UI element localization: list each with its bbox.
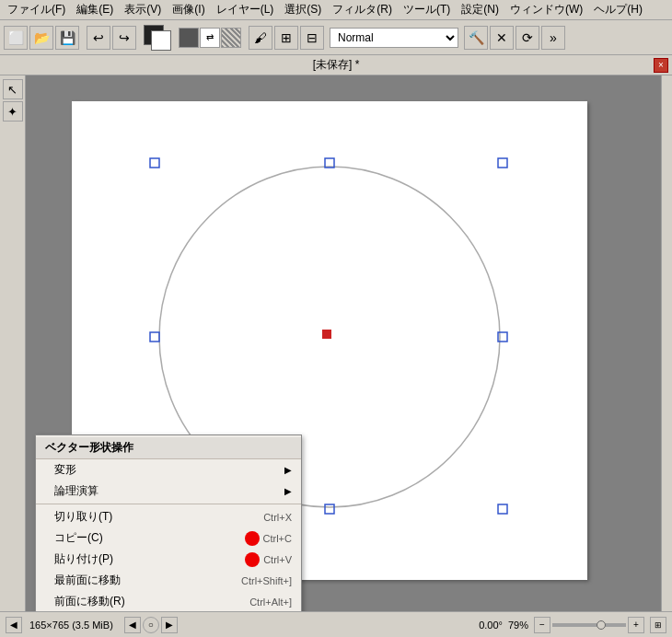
tool-path[interactable]: ✦ — [3, 101, 23, 122]
close-button[interactable]: × — [654, 58, 668, 73]
ctx-copy[interactable]: コピー(C) Ctrl+C — [36, 527, 301, 549]
ctx-logic[interactable]: 論理演算 ▶ — [36, 481, 301, 502]
ctx-paste[interactable]: 貼り付け(P) Ctrl+V — [36, 549, 301, 570]
ctx-logic-label: 論理演算 — [54, 483, 98, 499]
menu-view[interactable]: 表示(V) — [119, 0, 167, 19]
status-rotation: 0.00° — [479, 620, 503, 631]
pattern-a[interactable] — [179, 28, 199, 48]
document-title: [未保存] * — [313, 57, 360, 73]
ctx-paste-label: 貼り付け(P) — [54, 551, 113, 567]
left-tool-panel: ↖ ✦ — [0, 75, 26, 611]
context-menu-title: ベクター形状操作 — [36, 437, 301, 459]
ctx-forward-label: 前面に移動(R) — [54, 594, 125, 609]
menu-file[interactable]: ファイル(F) — [2, 0, 71, 19]
title-bar: [未保存] * × — [0, 55, 672, 75]
open-button[interactable]: 📂 — [29, 26, 53, 50]
status-bar: ◀ 165×765 (3.5 MiB) ◀ ○ ▶ 0.00° 79% − + … — [0, 611, 672, 637]
pattern-selector: ⇄ — [179, 28, 241, 48]
undo-button[interactable]: ↩ — [87, 26, 110, 50]
menu-layer[interactable]: レイヤー(L) — [211, 0, 280, 19]
grid-button[interactable]: ⊞ — [274, 26, 298, 50]
ctx-forward[interactable]: 前面に移動(R) Ctrl+Alt+] — [36, 591, 301, 611]
menu-window[interactable]: ウィンドウ(W) — [504, 0, 588, 19]
ctx-bring-front-label: 最前面に移動 — [54, 573, 121, 588]
zoom-slider-thumb — [597, 620, 606, 630]
ctx-cut-label: 切り取り(T) — [54, 509, 112, 525]
zoom-out-button[interactable]: − — [534, 617, 550, 633]
menu-edit[interactable]: 編集(E) — [71, 0, 119, 19]
zoom-slider[interactable] — [552, 623, 626, 627]
menu-help[interactable]: ヘルプ(H) — [588, 0, 648, 19]
ctx-paste-shortcut: Ctrl+V — [263, 554, 292, 565]
ctx-cut-shortcut: Ctrl+X — [263, 512, 292, 523]
menu-select[interactable]: 選択(S) — [279, 0, 327, 19]
menu-bar: ファイル(F) 編集(E) 表示(V) 画像(I) レイヤー(L) 選択(S) … — [0, 0, 672, 20]
context-menu: ベクター形状操作 変形 ▶ 論理演算 ▶ 切り取り(T) Ctrl+X コピー(… — [35, 434, 302, 611]
ctx-paste-dot — [245, 552, 260, 567]
ctx-copy-shortcut: Ctrl+C — [263, 533, 292, 544]
menu-image[interactable]: 画像(I) — [167, 0, 210, 19]
refresh-button[interactable]: ⟳ — [516, 26, 539, 50]
ctx-forward-shortcut: Ctrl+Alt+] — [249, 596, 292, 608]
menu-filter[interactable]: フィルタ(R) — [327, 0, 398, 19]
scrollbar-right[interactable] — [661, 75, 672, 611]
color-selector[interactable] — [144, 25, 173, 51]
zoom-in-button[interactable]: + — [628, 617, 644, 633]
ctx-bring-front-shortcut: Ctrl+Shift+] — [241, 575, 292, 586]
status-nav-left[interactable]: ◀ — [124, 617, 141, 633]
new-button[interactable]: ⬜ — [4, 26, 28, 50]
status-grid-button[interactable]: ⊞ — [650, 617, 666, 633]
ctx-transform-arrow: ▶ — [284, 465, 292, 475]
pattern-b[interactable] — [221, 28, 241, 48]
status-right: 0.00° 79% − + ⊞ — [479, 617, 666, 633]
ctx-bring-front[interactable]: 最前面に移動 Ctrl+Shift+] — [36, 570, 301, 591]
brush-tool[interactable]: 🖌 — [249, 26, 272, 50]
status-left-arrow[interactable]: ◀ — [6, 617, 22, 633]
ctx-sep-1 — [36, 504, 301, 504]
tool-select[interactable]: ↖ — [3, 79, 23, 99]
toolbar: ⬜ 📂 💾 ↩ ↪ ⇄ 🖌 ⊞ ⊟ Normal 🔨 ✕ ⟳ » — [0, 20, 672, 55]
pattern-arrows[interactable]: ⇄ — [200, 28, 220, 48]
redo-button[interactable]: ↪ — [112, 26, 136, 50]
canvas-area: ベクター形状操作 変形 ▶ 論理演算 ▶ 切り取り(T) Ctrl+X コピー(… — [26, 75, 661, 611]
ctx-copy-dot — [245, 531, 260, 546]
ctx-cut[interactable]: 切り取り(T) Ctrl+X — [36, 506, 301, 527]
stamp-button[interactable]: 🔨 — [464, 26, 488, 50]
ctx-logic-arrow: ▶ — [284, 486, 292, 496]
status-nav: ◀ ○ ▶ — [124, 617, 178, 633]
transform-button[interactable]: ✕ — [490, 26, 514, 50]
status-coords: 165×765 (3.5 MiB) — [29, 620, 113, 631]
grid2-button[interactable]: ⊟ — [300, 26, 324, 50]
menu-settings[interactable]: 設定(N) — [456, 0, 504, 19]
ctx-copy-label: コピー(C) — [54, 530, 103, 546]
ctx-transform[interactable]: 変形 ▶ — [36, 459, 301, 481]
status-zoom: 79% — [508, 620, 528, 631]
save-button[interactable]: 💾 — [55, 26, 79, 50]
ctx-transform-label: 変形 — [54, 462, 76, 478]
status-nav-circle[interactable]: ○ — [143, 617, 159, 633]
menu-tool[interactable]: ツール(T) — [398, 0, 456, 19]
blend-mode-select[interactable]: Normal — [330, 28, 458, 48]
more-button[interactable]: » — [541, 26, 565, 50]
status-nav-right[interactable]: ▶ — [161, 617, 178, 633]
background-color[interactable] — [151, 30, 171, 51]
